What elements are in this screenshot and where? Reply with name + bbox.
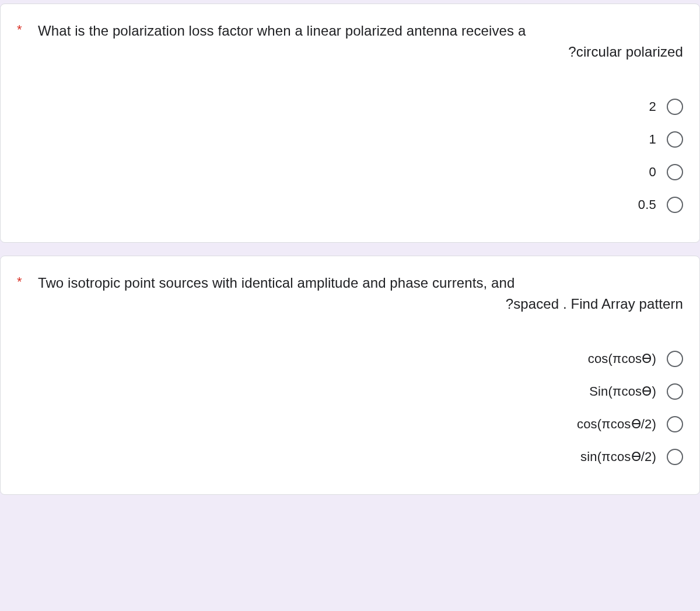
question-text-line: Two isotropic point sources with identic… (38, 273, 683, 294)
option-row[interactable]: 0 (17, 156, 683, 188)
required-asterisk: * (17, 20, 27, 39)
required-asterisk: * (17, 273, 27, 291)
radio-button[interactable] (667, 416, 683, 432)
option-label: 1 (649, 132, 656, 147)
option-row[interactable]: cos(πcosӨ) (17, 343, 683, 375)
option-label: 2 (649, 99, 656, 114)
question-header: * What is the polarization loss factor w… (17, 20, 683, 62)
radio-button[interactable] (667, 197, 683, 213)
option-row[interactable]: cos(πcosӨ/2) (17, 408, 683, 441)
option-row[interactable]: Sin(πcosӨ) (17, 375, 683, 408)
question-text-line: What is the polarization loss factor whe… (38, 20, 683, 41)
question-text: What is the polarization loss factor whe… (38, 20, 683, 62)
option-label: 0 (649, 165, 656, 180)
option-label: sin(πcosӨ/2) (580, 449, 656, 465)
option-row[interactable]: 1 (17, 123, 683, 156)
option-label: 0.5 (638, 197, 656, 212)
option-label: Sin(πcosӨ) (589, 384, 656, 399)
question-header: * Two isotropic point sources with ident… (17, 273, 683, 315)
radio-button[interactable] (667, 449, 683, 465)
option-row[interactable]: 0.5 (17, 188, 683, 221)
option-label: cos(πcosӨ/2) (577, 417, 656, 432)
radio-button[interactable] (667, 351, 683, 367)
question-text-line: ?spaced . Find Array pattern (38, 294, 683, 315)
radio-button[interactable] (667, 99, 683, 115)
option-row[interactable]: 2 (17, 90, 683, 123)
option-row[interactable]: sin(πcosӨ/2) (17, 441, 683, 473)
question-card: * What is the polarization loss factor w… (0, 4, 700, 243)
radio-button[interactable] (667, 164, 683, 180)
question-card: * Two isotropic point sources with ident… (0, 256, 700, 495)
options-group: 2 1 0 0.5 (17, 90, 683, 221)
radio-button[interactable] (667, 383, 683, 400)
radio-button[interactable] (667, 131, 683, 148)
options-group: cos(πcosӨ) Sin(πcosӨ) cos(πcosӨ/2) sin(π… (17, 343, 683, 473)
question-text-line: ?circular polarized (38, 41, 683, 62)
question-text: Two isotropic point sources with identic… (38, 273, 683, 315)
option-label: cos(πcosӨ) (588, 351, 656, 366)
